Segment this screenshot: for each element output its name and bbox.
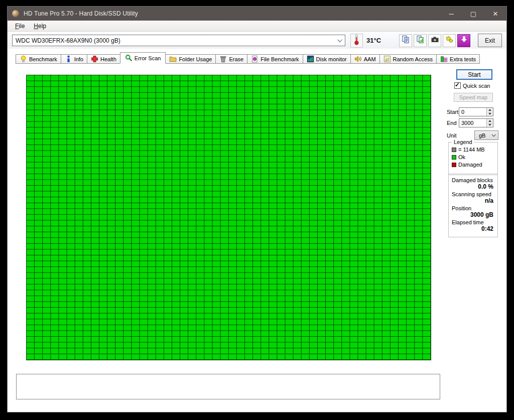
tab-erase[interactable]: Erase xyxy=(215,54,247,64)
tab-health[interactable]: Health xyxy=(87,54,120,64)
exit-button[interactable]: Exit xyxy=(478,34,502,47)
quick-scan-checkbox[interactable]: ✓ xyxy=(454,82,461,89)
spin-down-icon[interactable] xyxy=(487,112,493,116)
tab-label: Info xyxy=(74,56,83,62)
tab-label: Health xyxy=(100,56,116,62)
file-page-icon xyxy=(251,55,259,63)
tab-label: AAM xyxy=(364,56,376,62)
tab-random-access[interactable]: Random Access xyxy=(379,54,437,64)
menu-help[interactable]: Help xyxy=(29,21,51,31)
drive-select[interactable]: WDC WD30EFRX-68AX9N0 (3000 gB) xyxy=(12,35,345,46)
magnifier-icon xyxy=(125,54,133,62)
window-title: HD Tune Pro 5.70 - Hard Disk/SSD Utility xyxy=(24,10,138,17)
elapsed-time-value: 0:42 xyxy=(452,225,495,232)
damaged-blocks-label: Damaged blocks xyxy=(452,177,495,183)
tab-info[interactable]: Info xyxy=(61,54,87,64)
speed-map-button-label: Speed map xyxy=(459,94,487,100)
tab-file-benchmark[interactable]: File Benchmark xyxy=(247,54,303,64)
tab-error-scan[interactable]: Error Scan xyxy=(120,52,166,64)
tab-folder-usage[interactable]: Folder Usage xyxy=(165,54,216,64)
block-swatch xyxy=(452,148,456,152)
scanning-speed-label: Scanning speed xyxy=(452,191,495,197)
speed-map-button[interactable]: Speed map xyxy=(454,93,493,102)
start-field[interactable]: 0 xyxy=(459,107,493,116)
exit-button-label: Exit xyxy=(485,37,495,44)
scan-log-box[interactable] xyxy=(16,374,440,399)
damaged-blocks-value: 0.0 % xyxy=(452,183,495,190)
start-field-value: 0 xyxy=(461,109,464,115)
tab-label: Disk monitor xyxy=(316,56,347,62)
tab-label: Erase xyxy=(229,56,243,62)
tab-benchmark[interactable]: Benchmark xyxy=(16,54,61,64)
spin-down-icon[interactable] xyxy=(487,123,493,127)
unit-select-value: gB xyxy=(479,132,485,138)
tab-extra-tests[interactable]: Extra tests xyxy=(436,54,480,64)
legend-item-label: Ok xyxy=(458,154,465,160)
folder-icon xyxy=(169,55,177,63)
menubar: File Help xyxy=(8,21,506,32)
toolbar: WDC WD30EFRX-68AX9N0 (3000 gB) 31°C xyxy=(8,32,506,49)
screenshot-button[interactable] xyxy=(428,34,441,47)
legend-title: Legend xyxy=(452,139,474,145)
window-controls: ─ ▢ ✕ xyxy=(440,7,506,21)
tab-label: Benchmark xyxy=(29,56,57,62)
legend-item-ok: Ok xyxy=(452,154,497,160)
quick-scan-row: ✓ Quick scan xyxy=(454,82,490,89)
options-button[interactable] xyxy=(443,34,456,47)
start-scan-button-label: Start xyxy=(468,71,480,78)
speaker-icon xyxy=(354,55,362,63)
unit-label: Unit xyxy=(447,132,457,138)
menu-file[interactable]: File xyxy=(11,21,29,31)
drive-select-value: WDC WD30EFRX-68AX9N0 (3000 gB) xyxy=(16,37,120,44)
legend-box: Legend = 1144 MB Ok Damaged xyxy=(448,142,498,175)
chevron-down-icon xyxy=(337,37,342,42)
legend-item-damaged: Damaged xyxy=(452,162,497,168)
scanning-speed-value: n/a xyxy=(452,197,495,204)
close-icon[interactable]: ✕ xyxy=(484,7,506,21)
tab-label: Error Scan xyxy=(135,55,161,61)
bar-chart-icon xyxy=(307,55,314,63)
start-spinner[interactable] xyxy=(486,108,493,116)
info-icon xyxy=(65,55,72,63)
legend-item-label: Damaged xyxy=(458,162,482,168)
chevron-down-icon xyxy=(491,132,495,136)
tab-disk-monitor[interactable]: Disk monitor xyxy=(303,54,351,64)
scan-stats-box: Damaged blocks 0.0 % Scanning speed n/a … xyxy=(448,174,498,237)
start-scan-button[interactable]: Start xyxy=(456,69,492,80)
end-field-value: 3000 xyxy=(461,120,473,126)
quick-scan-label: Quick scan xyxy=(463,83,490,89)
app-window: HD Tune Pro 5.70 - Hard Disk/SSD Utility… xyxy=(7,6,507,412)
download-arrow-icon xyxy=(460,35,468,46)
titlebar: HD Tune Pro 5.70 - Hard Disk/SSD Utility… xyxy=(8,7,506,21)
screenshot-camera-icon xyxy=(431,35,439,46)
tab-label: Extra tests xyxy=(450,56,476,62)
end-field[interactable]: 3000 xyxy=(459,118,493,127)
tab-label: Folder Usage xyxy=(179,56,212,62)
end-spinner[interactable] xyxy=(486,119,493,127)
copy-text-icon xyxy=(402,35,410,46)
minimize-icon[interactable]: ─ xyxy=(440,7,462,21)
app-icon xyxy=(12,10,19,17)
temperature-value: 31°C xyxy=(366,37,381,44)
copy-image-button[interactable] xyxy=(414,34,427,47)
copy-image-icon xyxy=(416,35,425,46)
end-field-label: End xyxy=(447,120,457,126)
legend-item-blocksize: = 1144 MB xyxy=(452,147,497,153)
trash-icon xyxy=(219,55,227,63)
copy-text-button[interactable] xyxy=(399,34,412,47)
tab-aam[interactable]: AAM xyxy=(350,54,380,64)
ok-swatch xyxy=(452,155,456,160)
download-update-button[interactable] xyxy=(457,34,470,47)
spin-up-icon[interactable] xyxy=(487,119,493,123)
elapsed-time-label: Elapsed time xyxy=(452,219,495,225)
maximize-icon[interactable]: ▢ xyxy=(462,7,484,21)
unit-select[interactable]: gB xyxy=(474,130,498,140)
spin-up-icon[interactable] xyxy=(487,108,493,112)
lightbulb-icon xyxy=(20,55,27,63)
tabstrip: Benchmark Info Health Error Scan Folder … xyxy=(16,52,480,64)
temperature-button[interactable] xyxy=(350,34,363,48)
checkmark-icon: ✓ xyxy=(455,81,460,88)
scan-grid[interactable] xyxy=(26,75,431,360)
scatter-icon xyxy=(383,55,391,63)
extra-tests-icon xyxy=(440,55,448,63)
